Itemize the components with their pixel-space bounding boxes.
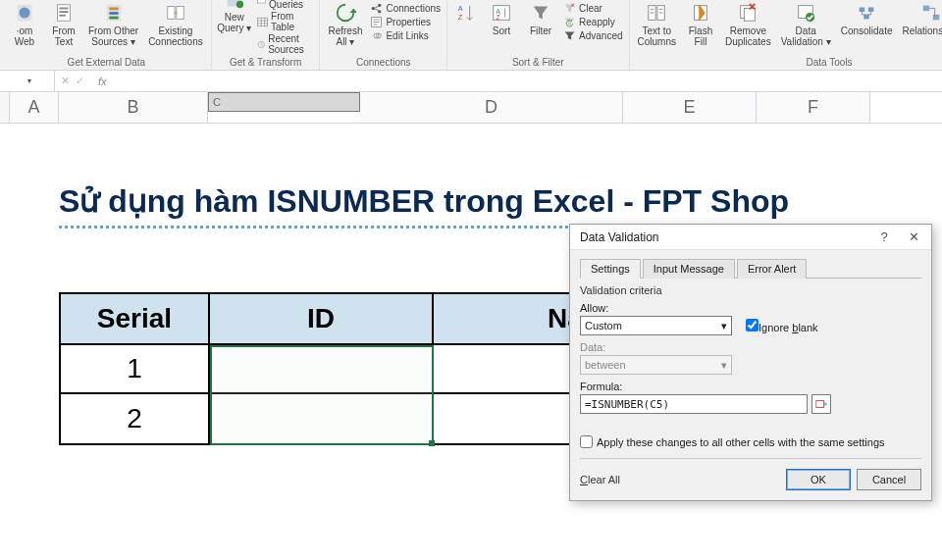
flash-fill-button[interactable]: Flash Fill	[684, 0, 717, 47]
group-data-tools: Data Tools	[807, 57, 853, 68]
criteria-label: Validation criteria	[580, 284, 921, 296]
reapply-button[interactable]: Reapply	[563, 16, 622, 28]
svg-rect-4	[59, 11, 68, 13]
properties-button[interactable]: Properties	[370, 16, 441, 28]
help-icon[interactable]: ?	[872, 229, 896, 244]
from-table-button[interactable]: From Table	[257, 11, 314, 32]
svg-rect-3	[59, 8, 68, 10]
col-header-e[interactable]: E	[623, 92, 757, 123]
cancel-formula-icon[interactable]: ✕	[61, 75, 70, 87]
new-query-button[interactable]: New Query ▾	[218, 0, 251, 33]
ok-button[interactable]: OK	[786, 469, 851, 490]
from-other-sources-button[interactable]: From Other Sources ▾	[86, 0, 140, 47]
svg-rect-10	[168, 7, 175, 20]
svg-rect-17	[257, 18, 267, 25]
apply-all-checkbox[interactable]: Apply these changes to all other cells w…	[580, 435, 921, 448]
allow-label: Allow:	[580, 302, 921, 314]
allow-select[interactable]: Custom▾	[580, 316, 732, 335]
clear-all-button[interactable]: Clear All	[580, 474, 620, 485]
close-icon[interactable]: ✕	[902, 229, 925, 244]
from-text-button[interactable]: From Text	[47, 0, 80, 47]
recent-sources-button[interactable]: Recent Sources	[257, 33, 314, 55]
td-id-1[interactable]	[210, 345, 434, 394]
clear-filter-button[interactable]: Clear	[563, 2, 622, 15]
td-serial-1[interactable]: 1	[61, 345, 210, 394]
cancel-button[interactable]: Cancel	[857, 469, 921, 490]
svg-rect-37	[933, 15, 939, 21]
svg-rect-8	[109, 12, 118, 15]
ignore-blank-checkbox[interactable]: Ignore blank	[746, 319, 818, 333]
svg-text:A: A	[458, 4, 463, 13]
formula-input[interactable]: =ISNUMBER(C5)	[580, 394, 808, 414]
svg-rect-33	[745, 8, 756, 21]
col-header-b[interactable]: B	[59, 92, 208, 123]
group-connections: Connections	[356, 57, 411, 68]
formula-bar: ▼ ✕✓ fx	[0, 71, 942, 92]
consolidate-button[interactable]: Consolidate	[839, 0, 895, 36]
existing-connections-button[interactable]: Existing Connections	[146, 0, 205, 47]
from-web-button[interactable]: ·om Web	[8, 0, 41, 47]
svg-point-1	[20, 8, 30, 19]
svg-text:Z: Z	[497, 14, 500, 21]
tab-error-alert[interactable]: Error Alert	[737, 259, 808, 279]
formula-label: Formula:	[580, 381, 921, 392]
sort-button[interactable]: AZSort	[485, 0, 518, 36]
filter-button[interactable]: Filter	[524, 0, 557, 36]
td-id-2[interactable]	[210, 394, 434, 443]
data-validation-button[interactable]: Data Validation ▾	[779, 0, 833, 47]
show-queries-button[interactable]: Show Queries	[257, 0, 314, 10]
svg-rect-39	[816, 401, 824, 408]
group-external-data: Get External Data	[68, 57, 145, 68]
remove-duplicates-button[interactable]: Remove Duplicates	[723, 0, 773, 47]
group-transform: Get & Transform	[230, 57, 301, 68]
dialog-tabs: Settings Input Message Error Alert	[580, 258, 921, 279]
data-select: between▾	[580, 355, 732, 375]
connections-button[interactable]: Connections	[370, 2, 441, 15]
svg-rect-5	[59, 15, 65, 17]
name-box[interactable]: ▼	[0, 71, 55, 91]
col-header-f[interactable]: F	[757, 92, 870, 123]
ribbon: ·om Web From Text From Other Sources ▾ E…	[0, 0, 942, 71]
sheet-title: Sử dụng hàm ISNUMBER trong Excel - FPT S…	[59, 182, 789, 220]
relationships-button[interactable]: Relationships	[900, 0, 942, 36]
range-picker-button[interactable]	[811, 394, 831, 414]
sort-az-button[interactable]: AZ	[453, 0, 479, 24]
th-id: ID	[210, 294, 434, 345]
col-header-c[interactable]: C	[208, 92, 360, 112]
svg-rect-15	[257, 0, 265, 3]
advanced-filter-button[interactable]: Advanced	[563, 29, 622, 42]
data-validation-dialog: Data Validation ? ✕ Settings Input Messa…	[569, 224, 932, 501]
svg-rect-7	[109, 8, 118, 11]
tab-input-message[interactable]: Input Message	[643, 259, 735, 279]
text-to-columns-button[interactable]: Text to Columns	[636, 0, 678, 47]
edit-links-button[interactable]: Edit Links	[370, 29, 441, 42]
group-sort-filter: Sort & Filter	[512, 57, 564, 68]
svg-rect-11	[177, 7, 183, 20]
svg-text:Z: Z	[458, 13, 463, 22]
th-serial: Serial	[61, 294, 210, 345]
refresh-all-button[interactable]: Refresh All ▾	[326, 0, 364, 47]
tab-settings[interactable]: Settings	[580, 259, 641, 279]
svg-point-14	[236, 1, 243, 8]
td-serial-2[interactable]: 2	[61, 394, 210, 443]
dialog-title: Data Validation	[580, 230, 659, 244]
svg-rect-36	[923, 6, 929, 12]
col-header-d[interactable]: D	[360, 92, 623, 123]
fx-label[interactable]: fx	[90, 76, 115, 87]
svg-rect-9	[109, 17, 118, 20]
data-label: Data:	[580, 341, 921, 353]
enter-formula-icon[interactable]: ✓	[76, 75, 84, 87]
col-header-a[interactable]: A	[10, 92, 59, 123]
